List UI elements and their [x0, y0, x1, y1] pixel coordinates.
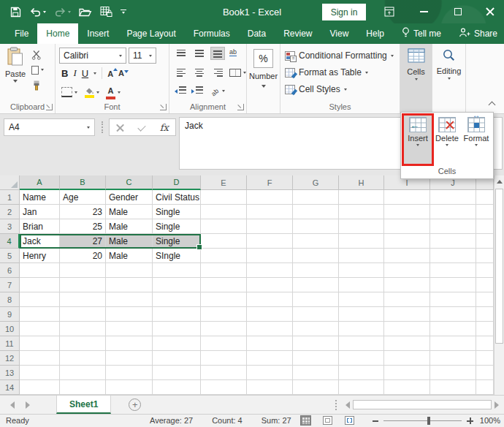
cell-F9[interactable]	[247, 307, 293, 322]
tab-tell-me[interactable]: Tell me	[393, 23, 450, 44]
cell-I6[interactable]	[384, 263, 430, 278]
cell-J8[interactable]	[430, 292, 476, 307]
cell-G12[interactable]	[293, 351, 339, 366]
tab-file[interactable]: File	[6, 23, 37, 44]
decrease-indent-icon[interactable]	[175, 86, 186, 96]
cell-E7[interactable]	[201, 278, 247, 292]
zoom-slider[interactable]	[383, 420, 462, 421]
cell-partial[interactable]	[476, 263, 494, 278]
cell-E4[interactable]	[201, 234, 247, 249]
previous-sheet-icon[interactable]	[10, 401, 15, 409]
cell-G4[interactable]	[293, 234, 339, 249]
cell-B9[interactable]	[60, 307, 106, 322]
cell-partial[interactable]	[476, 351, 494, 366]
cell-H14[interactable]	[339, 380, 384, 395]
cell-G6[interactable]	[293, 263, 339, 278]
conditional-formatting-button-dropdown-icon[interactable]	[391, 55, 394, 57]
cell-D6[interactable]	[153, 263, 201, 278]
align-top-button[interactable]	[175, 48, 188, 59]
cell-H5[interactable]	[339, 249, 384, 263]
format-cells-button[interactable]: Format	[462, 115, 491, 165]
open-folder-icon[interactable]	[79, 7, 92, 17]
orientation-button[interactable]	[208, 86, 225, 96]
row-header-13[interactable]: 13	[0, 366, 20, 380]
cell-J6[interactable]	[430, 263, 476, 278]
align-right-button[interactable]	[211, 67, 224, 78]
close-button[interactable]	[479, 0, 501, 23]
maximize-button[interactable]	[447, 0, 469, 23]
cell-E13[interactable]	[201, 366, 247, 380]
editing-dropdown-icon[interactable]	[448, 78, 451, 80]
copy-dropdown-icon[interactable]	[41, 69, 44, 71]
insert-cells-button[interactable]: Insert	[403, 115, 432, 165]
cell-A14[interactable]	[20, 380, 60, 395]
cell-B14[interactable]	[60, 380, 106, 395]
cell-J11[interactable]	[430, 336, 476, 351]
cell-E3[interactable]	[201, 219, 247, 234]
cell-C8[interactable]	[106, 292, 153, 307]
alignment-dialog-launcher-icon[interactable]	[237, 104, 244, 110]
tab-data[interactable]: Data	[239, 23, 275, 44]
column-header-D[interactable]: D	[153, 175, 201, 190]
cell-partial[interactable]	[476, 234, 494, 249]
cell-D13[interactable]	[153, 366, 201, 380]
normal-view-icon[interactable]	[301, 416, 310, 425]
cell-H9[interactable]	[339, 307, 384, 322]
cell-partial[interactable]	[476, 219, 494, 234]
cell-D7[interactable]	[153, 278, 201, 292]
merge-center-dropdown-icon[interactable]	[243, 72, 246, 74]
zoom-out-icon[interactable]	[373, 420, 378, 422]
format-dropdown-icon[interactable]	[475, 144, 478, 146]
grow-font-icon[interactable]	[107, 68, 113, 79]
cell-G10[interactable]	[293, 322, 339, 336]
cell-H1[interactable]	[339, 190, 384, 205]
paste-button[interactable]: Paste	[3, 47, 28, 101]
cell-J1[interactable]	[430, 190, 476, 205]
underline-dropdown-icon[interactable]	[93, 72, 96, 75]
format-as-table-button-dropdown-icon[interactable]	[365, 72, 368, 74]
cell-F1[interactable]	[247, 190, 293, 205]
cell-D12[interactable]	[153, 351, 201, 366]
cell-D14[interactable]	[153, 380, 201, 395]
cell-J14[interactable]	[430, 380, 476, 395]
select-all-corner[interactable]	[0, 175, 20, 190]
cell-H11[interactable]	[339, 336, 384, 351]
underline-button[interactable]: U	[82, 68, 88, 79]
cell-partial[interactable]	[476, 336, 494, 351]
cell-C6[interactable]	[106, 263, 153, 278]
cell-partial[interactable]	[476, 278, 494, 292]
cell-C5[interactable]: Male	[106, 249, 153, 263]
cell-E12[interactable]	[201, 351, 247, 366]
cell-D11[interactable]	[153, 336, 201, 351]
copy-button[interactable]	[31, 64, 44, 75]
cell-A1[interactable]: Name	[20, 190, 60, 205]
cell-partial[interactable]	[476, 190, 494, 205]
cell-A6[interactable]	[20, 263, 60, 278]
cell-F11[interactable]	[247, 336, 293, 351]
tab-home[interactable]: Home	[37, 23, 78, 44]
tab-share[interactable]: Share	[450, 23, 504, 44]
cell-styles-button[interactable]: Cell Styles	[285, 84, 347, 94]
cell-partial[interactable]	[476, 380, 494, 395]
cell-partial[interactable]	[476, 366, 494, 380]
cell-E10[interactable]	[201, 322, 247, 336]
cell-B10[interactable]	[60, 322, 106, 336]
scroll-right-icon[interactable]	[492, 398, 502, 411]
column-header-B[interactable]: B	[60, 175, 106, 190]
cell-I7[interactable]	[384, 278, 430, 292]
cell-E8[interactable]	[201, 292, 247, 307]
cell-J13[interactable]	[430, 366, 476, 380]
cell-C1[interactable]: Gender	[106, 190, 153, 205]
cell-G7[interactable]	[293, 278, 339, 292]
insert-dropdown-icon[interactable]	[416, 144, 419, 146]
cell-A13[interactable]	[20, 366, 60, 380]
cell-I12[interactable]	[384, 351, 430, 366]
vertical-scrollbar[interactable]	[494, 175, 504, 395]
row-header-4[interactable]: 4	[0, 234, 20, 249]
cell-A9[interactable]	[20, 307, 60, 322]
borders-button[interactable]	[61, 87, 77, 97]
cell-G13[interactable]	[293, 366, 339, 380]
cell-I8[interactable]	[384, 292, 430, 307]
cancel-icon[interactable]	[116, 124, 124, 132]
cell-C14[interactable]	[106, 380, 153, 395]
